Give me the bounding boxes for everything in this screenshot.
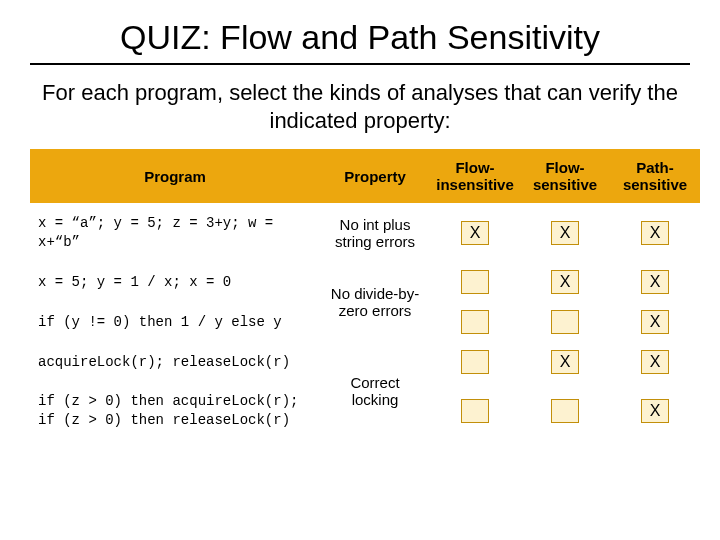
answer-cell: X (520, 204, 610, 263)
program-cell: x = “a”; y = 5; z = 3+y; w = x+“b” (30, 204, 320, 263)
answer-cell (430, 342, 520, 382)
answer-cell (520, 382, 610, 440)
answer-cell: X (610, 342, 700, 382)
answer-box[interactable]: X (641, 310, 669, 334)
property-cell: No divide-by-zero errors (320, 262, 430, 342)
property-cell: No int plus string errors (320, 204, 430, 263)
answer-cell: X (610, 382, 700, 440)
answer-box[interactable]: X (641, 270, 669, 294)
answer-cell: X (520, 262, 610, 302)
answer-box[interactable] (461, 310, 489, 334)
program-cell: if (y != 0) then 1 / y else y (30, 302, 320, 342)
col-flow-insensitive: Flow-insensitive (430, 149, 520, 204)
answer-box[interactable]: X (551, 221, 579, 245)
answer-box[interactable] (551, 310, 579, 334)
answer-box[interactable] (461, 350, 489, 374)
quiz-table: Program Property Flow-insensitive Flow-s… (30, 148, 700, 440)
answer-cell: X (430, 204, 520, 263)
program-cell: acquireLock(r); releaseLock(r) (30, 342, 320, 382)
table-header-row: Program Property Flow-insensitive Flow-s… (30, 149, 700, 204)
title-underline (30, 63, 690, 65)
answer-cell: X (520, 342, 610, 382)
answer-cell (430, 302, 520, 342)
table-row: x = “a”; y = 5; z = 3+y; w = x+“b”No int… (30, 204, 700, 263)
table-row: acquireLock(r); releaseLock(r)Correct lo… (30, 342, 700, 382)
program-cell: if (z > 0) then acquireLock(r); if (z > … (30, 382, 320, 440)
slide-subtitle: For each program, select the kinds of an… (30, 79, 690, 148)
col-path-sensitive: Path-sensitive (610, 149, 700, 204)
answer-box[interactable]: X (461, 221, 489, 245)
col-flow-sensitive: Flow-sensitive (520, 149, 610, 204)
answer-cell (520, 302, 610, 342)
col-program: Program (30, 149, 320, 204)
slide-title: QUIZ: Flow and Path Sensitivity (30, 18, 690, 57)
answer-box[interactable]: X (551, 270, 579, 294)
answer-cell (430, 382, 520, 440)
answer-box[interactable]: X (641, 399, 669, 423)
answer-box[interactable]: X (551, 350, 579, 374)
col-property: Property (320, 149, 430, 204)
answer-cell: X (610, 204, 700, 263)
table-row: x = 5; y = 1 / x; x = 0No divide-by-zero… (30, 262, 700, 302)
answer-cell: X (610, 262, 700, 302)
answer-box[interactable]: X (641, 350, 669, 374)
answer-cell: X (610, 302, 700, 342)
answer-box[interactable] (551, 399, 579, 423)
answer-box[interactable]: X (641, 221, 669, 245)
answer-box[interactable] (461, 399, 489, 423)
answer-cell (430, 262, 520, 302)
answer-box[interactable] (461, 270, 489, 294)
property-cell: Correct locking (320, 342, 430, 440)
program-cell: x = 5; y = 1 / x; x = 0 (30, 262, 320, 302)
